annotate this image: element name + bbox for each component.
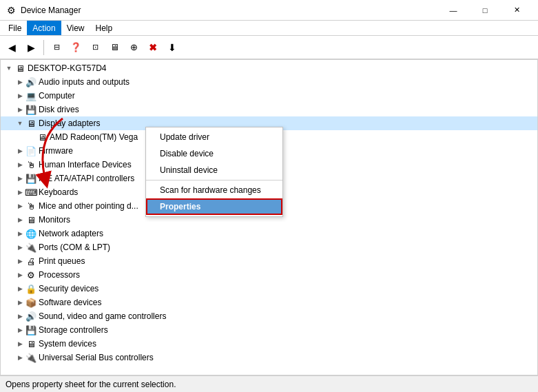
ports-icon: 🔌: [25, 242, 37, 253]
firmware-icon: 📄: [25, 145, 37, 156]
tree-usb[interactable]: ▶ 🔌 Universal Serial Bus controllers: [1, 351, 537, 364]
tree-network[interactable]: ▶ 🌐 Network adapters: [1, 227, 537, 240]
expand-security: ▶: [14, 283, 25, 294]
main-area: ▼ 🖥 DESKTOP-KGT57D4 ▶ 🔊 Audio inputs and…: [0, 59, 538, 375]
menu-help[interactable]: Help: [90, 21, 118, 35]
hid-icon: 🖱: [25, 159, 37, 170]
expand-amd: [25, 132, 37, 143]
status-text: Opens property sheet for the current sel…: [6, 380, 176, 389]
system-icon: 🖥: [25, 338, 37, 349]
toolbar-add[interactable]: ⊕: [125, 39, 143, 56]
expand-disk: ▶: [14, 104, 25, 115]
expand-hid: ▶: [14, 159, 25, 170]
toolbar-properties[interactable]: ⊟: [48, 39, 65, 56]
audio-label: Audio inputs and outputs: [39, 77, 130, 87]
tree-view[interactable]: ▼ 🖥 DESKTOP-KGT57D4 ▶ 🔊 Audio inputs and…: [1, 60, 537, 375]
toolbar-forward[interactable]: ▶: [22, 39, 40, 56]
window-title: Device Manager: [21, 6, 437, 15]
system-label: System devices: [39, 339, 96, 349]
expand-software: ▶: [14, 297, 25, 308]
expand-firmware: ▶: [14, 145, 25, 156]
window-controls: — □ ✕: [437, 0, 532, 21]
display-adapters-icon: 🖥: [25, 118, 37, 129]
tree-print[interactable]: ▶ 🖨 Print queues: [1, 254, 537, 268]
storage-label: Storage controllers: [39, 325, 108, 335]
close-button[interactable]: ✕: [501, 0, 532, 21]
keyboards-label: Keyboards: [39, 187, 78, 197]
software-icon: 📦: [25, 297, 37, 308]
ctx-scan-hardware[interactable]: Scan for hardware changes: [146, 182, 282, 198]
ctx-uninstall-device[interactable]: Uninstall device: [146, 162, 282, 178]
amd-label: AMD Radeon(TM) Vega: [50, 132, 138, 142]
tree-processors[interactable]: ▶ ⚙ Processors: [1, 268, 537, 282]
toolbar-back[interactable]: ◀: [3, 39, 21, 56]
expand-sound: ▶: [14, 311, 25, 322]
software-label: Software devices: [39, 298, 101, 307]
tree-root[interactable]: ▼ 🖥 DESKTOP-KGT57D4: [1, 61, 537, 75]
menu-view[interactable]: View: [61, 21, 90, 35]
app-icon: ⚙: [6, 5, 17, 16]
security-label: Security devices: [39, 284, 99, 293]
expand-computer: ▶: [14, 90, 25, 101]
mice-icon: 🖱: [25, 200, 37, 212]
network-icon: 🌐: [25, 228, 37, 239]
maximize-button[interactable]: □: [469, 0, 501, 21]
toolbar-display[interactable]: 🖥: [105, 39, 123, 56]
monitors-icon: 🖥: [25, 214, 37, 225]
expand-mice: ▶: [14, 200, 25, 212]
security-icon: 🔒: [25, 283, 37, 294]
expand-monitors: ▶: [14, 214, 25, 225]
usb-icon: 🔌: [25, 352, 37, 363]
toolbar-scan[interactable]: ⊡: [86, 39, 104, 56]
expand-ide: ▶: [14, 173, 25, 184]
tree-disk[interactable]: ▶ 💾 Disk drives: [1, 103, 537, 116]
processors-label: Processors: [39, 270, 80, 280]
tree-audio[interactable]: ▶ 🔊 Audio inputs and outputs: [1, 75, 537, 89]
keyboards-icon: ⌨: [25, 187, 37, 198]
expand-network: ▶: [14, 228, 25, 239]
ctx-disable-device[interactable]: Disable device: [146, 145, 282, 162]
disk-icon: 💾: [25, 104, 37, 115]
expand-root: ▼: [3, 63, 14, 74]
toolbar: ◀ ▶ ⊟ ❓ ⊡ 🖥 ⊕ ✖ ⬇: [0, 36, 538, 59]
ide-label: IDE ATA/ATAPI controllers: [39, 174, 134, 183]
toolbar-remove[interactable]: ✖: [144, 39, 162, 56]
toolbar-sep-1: [43, 40, 44, 55]
tree-computer[interactable]: ▶ 💻 Computer: [1, 89, 537, 103]
storage-icon: 💾: [25, 324, 37, 336]
toolbar-download[interactable]: ⬇: [163, 39, 181, 56]
toolbar-help[interactable]: ❓: [67, 39, 85, 56]
tree-storage[interactable]: ▶ 💾 Storage controllers: [1, 323, 537, 337]
firmware-label: Firmware: [39, 146, 73, 156]
disk-label: Disk drives: [39, 105, 79, 114]
tree-system[interactable]: ▶ 🖥 System devices: [1, 337, 537, 351]
tree-software[interactable]: ▶ 📦 Software devices: [1, 296, 537, 309]
computer-label: Computer: [39, 91, 75, 101]
menu-bar: File Action View Help: [0, 21, 538, 36]
network-label: Network adapters: [39, 229, 103, 238]
tree-sound[interactable]: ▶ 🔊 Sound, video and game controllers: [1, 309, 537, 323]
ctx-update-driver[interactable]: Update driver: [146, 129, 282, 145]
root-label: DESKTOP-KGT57D4: [28, 63, 106, 73]
menu-action[interactable]: Action: [27, 21, 61, 35]
ports-label: Ports (COM & LPT): [39, 243, 110, 252]
ide-icon: 💾: [25, 173, 37, 184]
sound-icon: 🔊: [25, 311, 37, 322]
menu-file[interactable]: File: [3, 21, 27, 35]
audio-icon: 🔊: [25, 76, 37, 87]
expand-ports: ▶: [14, 242, 25, 253]
minimize-button[interactable]: —: [437, 0, 469, 21]
monitors-label: Monitors: [39, 215, 70, 225]
tree-ports[interactable]: ▶ 🔌 Ports (COM & LPT): [1, 240, 537, 254]
expand-print: ▶: [14, 256, 25, 267]
amd-icon: 🖥: [37, 132, 48, 143]
ctx-properties[interactable]: Properties: [146, 198, 282, 215]
expand-usb: ▶: [14, 352, 25, 363]
ctx-sep: [146, 180, 282, 180]
expand-storage: ▶: [14, 324, 25, 336]
expand-display: ▼: [14, 118, 25, 129]
expand-system: ▶: [14, 338, 25, 349]
computer-node-icon: 💻: [25, 90, 37, 101]
status-bar: Opens property sheet for the current sel…: [0, 375, 538, 392]
tree-security[interactable]: ▶ 🔒 Security devices: [1, 282, 537, 296]
